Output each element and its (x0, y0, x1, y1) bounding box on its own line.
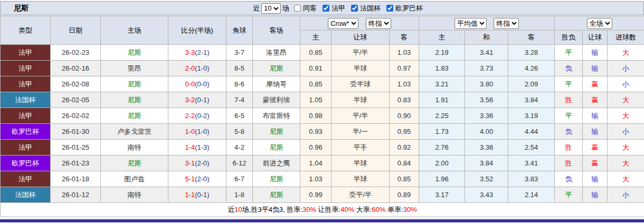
subcol-result: 胜负 (555, 31, 583, 45)
corner-count: 3-7 (226, 45, 253, 61)
crow-home-odds: 0.99 (300, 187, 332, 203)
avg-home-odds: 2.00 (419, 155, 465, 171)
avg-draw-odds: 4.00 (465, 124, 508, 140)
match-date: 26-01-25 (51, 140, 101, 155)
matches-table: 类型 日期 主场 比分(半场) 角球 客场 Crow* 终指 平均值 终指 全场 (0, 16, 644, 217)
league-badge: 法甲 (1, 140, 51, 155)
away-team: 布雷斯特 (253, 108, 300, 124)
league-badge: 欧罗巴杯 (1, 124, 51, 140)
away-team: 尼斯 (253, 171, 300, 187)
avg-home-odds: 3.21 (419, 76, 465, 92)
match-date: 26-01-23 (51, 155, 101, 171)
match-date: 26-02-05 (51, 92, 101, 108)
average-select[interactable]: 平均值 (454, 18, 487, 29)
avg-away-odds: 4.26 (508, 61, 555, 76)
score-cell: 2-2(0-2) (168, 108, 226, 124)
score-cell: 1-1(0-1) (168, 187, 226, 203)
summary-segment: 大率: (354, 206, 372, 213)
handicap-result: 赢 (583, 140, 608, 155)
match-result: 胜 (555, 155, 583, 171)
table-row: 法甲 26-02-23 尼斯 3-3(2-1) 3-7 洛里昂 0.85 平/半… (1, 45, 644, 61)
match-result: 胜 (555, 140, 583, 155)
match-date: 26-01-18 (51, 171, 101, 187)
bookmaker-select[interactable]: Crow* (328, 18, 358, 29)
away-team: 前进之鹰 (253, 155, 300, 171)
same-away-checkbox[interactable] (294, 5, 301, 12)
corner-count: 4-2 (226, 140, 253, 155)
average-stage-select[interactable]: 终指 (494, 18, 519, 29)
goals-result: 大 (608, 92, 644, 108)
filter-checkbox-europa[interactable] (386, 5, 393, 12)
home-team: 尼斯 (101, 108, 168, 124)
crow-home-odds: 0.91 (300, 61, 332, 76)
match-date: 26-01-30 (51, 124, 101, 140)
subcol-avg-away: 客 (508, 31, 555, 45)
avg-away-odds: 2.09 (508, 76, 555, 92)
crow-handicap: 半球 (332, 155, 390, 171)
summary-text: 近10场,胜3平4负3, 胜率:30% 让胜率:40% 大率:60% 单率:30… (1, 203, 644, 217)
league-badge: 法甲 (1, 76, 51, 92)
avg-home-odds: 2.19 (419, 45, 465, 61)
score-cell: 3-3(2-1) (168, 45, 226, 61)
match-result: 负 (555, 124, 583, 140)
match-result: 平 (555, 187, 583, 203)
crow-away-odds: 1.03 (390, 45, 419, 61)
match-date: 26-02-16 (51, 61, 101, 76)
subcol-handicap-result: 让球 (583, 31, 608, 45)
handicap-result: 输 (583, 61, 608, 76)
filter-label-coupe: 法国杯 (360, 4, 381, 13)
score-cell: 5-1(2-0) (168, 171, 226, 187)
home-team: 尼斯 (101, 92, 168, 108)
table-row: 欧罗巴杯 26-01-23 尼斯 3-1(2-0) 6-12 前进之鹰 1.04… (1, 155, 644, 171)
summary-segment: 近 (228, 206, 234, 213)
subcol-crow-home: 主 (300, 31, 332, 45)
goals-result: 小 (608, 187, 644, 203)
avg-home-odds: 1.73 (419, 124, 465, 140)
full-time-score: 2-0 (185, 64, 195, 72)
summary-segment: 让胜率: (316, 206, 340, 213)
corner-count: 6-7 (226, 171, 253, 187)
away-team: 尼斯 (253, 187, 300, 203)
crow-home-odds: 0.93 (300, 124, 332, 140)
table-row: 欧罗巴杯 26-01-30 卢多戈雷茨 1-0(1-0) 5-8 尼斯 0.93… (1, 124, 644, 140)
crow-handicap: 半球 (332, 92, 390, 108)
avg-home-odds: 2.76 (419, 140, 465, 155)
crow-home-odds: 1.05 (300, 92, 332, 108)
subcol-crow-handicap: 让球 (332, 31, 390, 45)
avg-draw-odds: 3.52 (465, 171, 508, 187)
bookmaker-stage-select[interactable]: 终指 (366, 18, 391, 29)
avg-home-odds: 1.83 (419, 61, 465, 76)
match-date: 26-02-02 (51, 108, 101, 124)
crow-away-odds: 0.84 (390, 155, 419, 171)
table-row: 法甲 26-02-02 尼斯 2-2(0-2) 6-5 布雷斯特 0.98 平/… (1, 108, 644, 124)
league-badge: 法甲 (1, 45, 51, 61)
table-row: 法国杯 26-01-12 南特 1-1(0-1) 1-8 尼斯 0.99 受平/… (1, 187, 644, 203)
corner-count: 6-12 (226, 155, 253, 171)
home-team: 卢多戈雷茨 (101, 124, 168, 140)
crow-home-odds: 0.85 (300, 45, 332, 61)
filter-checkbox-coupe[interactable] (351, 5, 358, 12)
filter-checkbox-ligue1[interactable] (323, 5, 329, 12)
handicap-result: 赢 (583, 155, 608, 171)
half-time-score: (0-1) (195, 96, 209, 104)
goals-result: 大 (608, 108, 644, 124)
goals-result: 小 (608, 61, 644, 76)
full-time-score: 3-3 (185, 48, 195, 56)
away-team: 摩纳哥 (253, 76, 300, 92)
score-cell: 3-2(0-1) (168, 92, 226, 108)
match-result: 平 (555, 45, 583, 61)
crow-away-odds: 0.90 (390, 108, 419, 124)
scope-select[interactable]: 全场 (587, 18, 612, 29)
crow-home-odds: 0.98 (300, 108, 332, 124)
half-time-score: (0-0) (195, 80, 209, 88)
home-team: 南特 (101, 187, 168, 203)
match-date: 26-02-23 (51, 45, 101, 61)
match-date: 26-01-12 (51, 187, 101, 203)
table-row: 法甲 26-01-18 图卢兹 5-1(2-0) 6-7 尼斯 1.03 半球 … (1, 171, 644, 187)
col-header-corner: 角球 (226, 16, 253, 45)
score-cell: 1-4(1-3) (168, 140, 226, 155)
recent-count-select[interactable]: 10 (261, 3, 281, 14)
summary-row: 近10场,胜3平4负3, 胜率:30% 让胜率:40% 大率:60% 单率:30… (1, 203, 644, 217)
filter-controls: 近 10 场 同客 法甲 法国杯 欧罗巴杯 (253, 2, 424, 15)
summary-segment: 场,胜3平4负3, 胜率: (242, 206, 302, 213)
